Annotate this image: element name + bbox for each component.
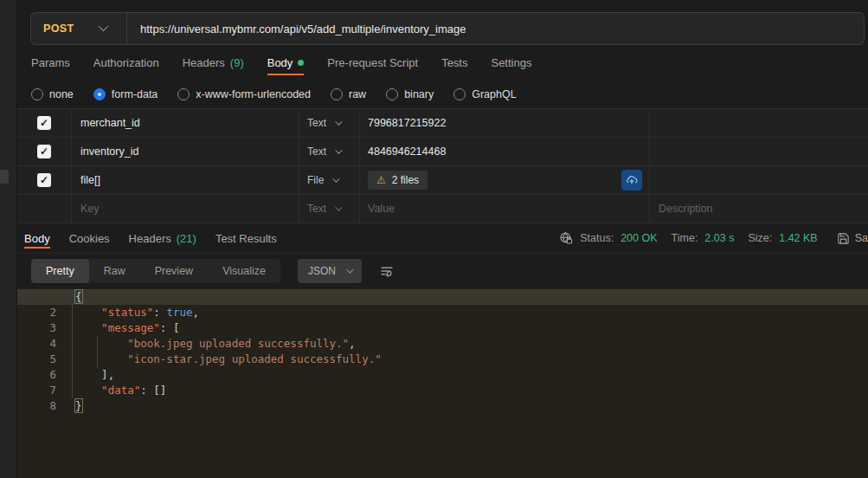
chevron-down-icon [98, 21, 107, 30]
response-tabs: Body Cookies Headers(21) Test Results [24, 223, 277, 253]
radio-icon [386, 88, 398, 100]
url-input[interactable]: https://universal.mybmr.com/api/v5/add_m… [127, 23, 466, 36]
size-value: 1.42 KB [779, 232, 817, 244]
url-bar: POST https://universal.mybmr.com/api/v5/… [30, 12, 865, 45]
key-cell[interactable]: file[] [71, 166, 299, 194]
wrap-text-button[interactable] [379, 263, 395, 279]
type-select[interactable]: Text [299, 138, 359, 165]
type-select[interactable]: Text [299, 109, 359, 137]
code-line: { [17, 289, 868, 305]
chevron-down-icon [333, 175, 340, 182]
code-content: { "status": true, "message": [ "book.jpe… [72, 289, 868, 478]
type-label: Text [307, 117, 326, 129]
body-mode-graphql[interactable]: GraphQL [453, 88, 516, 100]
view-tab-pretty[interactable]: Pretty [31, 259, 89, 283]
save-icon [837, 232, 850, 245]
response-tab-headers[interactable]: Headers(21) [129, 223, 196, 253]
warning-icon: ⚠ [376, 175, 386, 185]
view-mode-group: Pretty Raw Preview Visualize [31, 259, 280, 283]
value-cell[interactable]: 7996817215922 [359, 109, 649, 137]
wrap-text-icon [379, 263, 395, 279]
body-mode-raw[interactable]: raw [331, 88, 366, 100]
code-line: "icon-star.jpeg uploaded successfully." [75, 352, 868, 367]
code-line: "data": [] [75, 383, 868, 398]
tab-count: (21) [177, 232, 196, 245]
body-mode-none[interactable]: none [31, 88, 74, 100]
table-row-empty: Text [17, 195, 868, 223]
tab-body[interactable]: Body [267, 45, 305, 80]
description-cell[interactable] [649, 166, 868, 194]
row-checkbox[interactable]: ✓ [37, 116, 51, 130]
key-cell[interactable]: merchant_id [71, 109, 299, 137]
code-line: "message": [ [75, 320, 868, 336]
size-label: Size: [748, 232, 772, 244]
status-label: Status: [580, 232, 614, 244]
tab-label: Tests [441, 56, 467, 69]
type-select[interactable]: Text [299, 195, 359, 223]
method-select[interactable]: POST [31, 23, 126, 35]
description-cell[interactable] [649, 138, 868, 165]
body-mode-binary[interactable]: binary [386, 88, 434, 100]
mode-label: none [49, 88, 74, 100]
tab-label: Headers [183, 56, 225, 69]
radio-icon [453, 88, 466, 100]
view-tab-preview[interactable]: Preview [140, 259, 208, 283]
tab-authorization[interactable]: Authorization [93, 45, 159, 80]
value-input[interactable] [368, 203, 642, 215]
chevron-down-icon [335, 118, 342, 125]
code-line: } [75, 398, 868, 414]
value-cell[interactable]: 4846946214468 [359, 138, 649, 165]
network-info-button[interactable] [559, 231, 573, 245]
response-header: Body Cookies Headers(21) Test Results St… [17, 223, 868, 254]
time-value: 2.03 s [704, 232, 734, 244]
radio-icon [177, 88, 190, 100]
code-line: "status": true, [75, 305, 868, 320]
indent-guide [97, 336, 98, 367]
tab-label: Authorization [93, 56, 159, 69]
unsaved-dot-icon [298, 60, 304, 66]
value-cell: ⚠2 files [359, 166, 649, 194]
view-tab-raw[interactable]: Raw [89, 259, 140, 283]
line-numbers: 12345678 [17, 289, 72, 478]
tab-pre-request-script[interactable]: Pre-request Script [327, 45, 418, 80]
type-select[interactable]: File [299, 166, 359, 194]
api-client-window: POST https://universal.mybmr.com/api/v5/… [0, 0, 868, 478]
language-label: JSON [308, 265, 336, 277]
language-select[interactable]: JSON [298, 259, 362, 283]
indent-guide [72, 305, 73, 398]
response-meta: Status: 200 OK Time: 2.03 s Size: 1.42 K… [559, 231, 868, 245]
description-cell[interactable] [649, 109, 868, 137]
key-cell[interactable]: inventory_id [71, 138, 299, 165]
tab-label: Cookies [69, 232, 110, 245]
save-response-button[interactable]: Sa [837, 232, 868, 245]
row-checkbox[interactable]: ✓ [37, 173, 51, 187]
view-tab-visualize[interactable]: Visualize [208, 259, 280, 283]
code-line: ], [75, 367, 868, 383]
tab-label: Params [31, 56, 70, 69]
tab-label: Headers [129, 232, 171, 245]
rail-scroll-thumb[interactable] [0, 170, 9, 184]
body-mode-x-www-form-urlencoded[interactable]: x-www-form-urlencoded [177, 88, 311, 100]
tab-params[interactable]: Params [31, 45, 70, 80]
tab-tests[interactable]: Tests [441, 45, 467, 80]
row-checkbox[interactable]: ✓ [37, 145, 51, 158]
response-tab-body[interactable]: Body [24, 223, 50, 253]
tab-settings[interactable]: Settings [491, 45, 531, 80]
save-label: Sa [855, 232, 868, 244]
tab-label: Test Results [215, 232, 277, 245]
response-tab-test-results[interactable]: Test Results [215, 223, 277, 253]
description-input[interactable] [659, 203, 868, 215]
tab-count: (9) [230, 56, 244, 69]
type-label: Text [307, 145, 326, 158]
response-body-editor[interactable]: 12345678 { "status": true, "message": [ … [17, 288, 868, 478]
chevron-down-icon [335, 146, 342, 153]
body-mode-row: none form-data x-www-form-urlencoded raw… [17, 80, 868, 108]
mode-label: binary [404, 88, 434, 100]
cloud-upload-button[interactable] [621, 170, 642, 191]
mode-label: form-data [112, 88, 158, 100]
response-tab-cookies[interactable]: Cookies [69, 223, 110, 253]
files-badge[interactable]: ⚠2 files [368, 171, 428, 190]
body-mode-form-data[interactable]: form-data [93, 88, 158, 100]
tab-headers[interactable]: Headers(9) [183, 45, 244, 80]
key-input[interactable] [80, 203, 299, 215]
